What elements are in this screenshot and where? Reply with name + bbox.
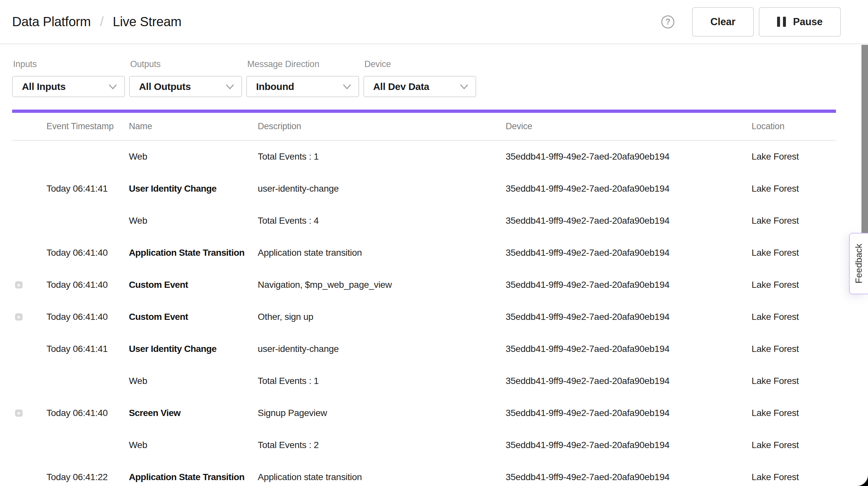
pause-icon [777, 17, 786, 27]
event-location: Lake Forest [751, 280, 836, 290]
event-name: Web [129, 376, 258, 386]
chevron-down-icon [108, 84, 117, 89]
inputs-dropdown[interactable]: All Inputs [12, 76, 125, 97]
event-description: Navigation, $mp_web_page_view [258, 280, 506, 290]
event-device-id: 35eddb41-9ff9-49e2-7aed-20afa90eb194 [506, 215, 751, 226]
event-name: Web [129, 215, 258, 226]
event-timestamp: Today 06:41:40 [46, 248, 129, 258]
event-name: Application State Transition [129, 248, 258, 258]
filter-message-direction-label: Message Direction [247, 59, 359, 69]
help-icon[interactable]: ? [661, 16, 674, 28]
event-location: Lake Forest [751, 376, 836, 386]
breadcrumb: Data Platform / Live Stream [12, 14, 182, 29]
column-description: Description [258, 121, 506, 131]
expander-cell: + [12, 345, 46, 353]
table-row[interactable]: + Web Total Events : 1 35eddb41-9ff9-49e… [12, 365, 836, 397]
table-row[interactable]: + Web Total Events : 1 35eddb41-9ff9-49e… [12, 141, 836, 173]
table-row[interactable]: + Today 06:41:40 Application State Trans… [12, 237, 836, 269]
event-location: Lake Forest [751, 472, 836, 482]
event-table-body: + Web Total Events : 1 35eddb41-9ff9-49e… [12, 141, 836, 486]
plus-icon: + [17, 314, 21, 321]
inputs-dropdown-value: All Inputs [22, 81, 66, 92]
event-device-id: 35eddb41-9ff9-49e2-7aed-20afa90eb194 [506, 248, 751, 258]
table-row[interactable]: + Today 06:41:41 User Identity Change us… [12, 173, 836, 205]
expander-cell: + [12, 153, 46, 160]
event-description: Total Events : 2 [258, 440, 506, 450]
event-description: Signup Pageview [258, 408, 506, 418]
table-row[interactable]: + Today 06:41:40 Custom Event Navigation… [12, 269, 836, 301]
chevron-down-icon [226, 84, 234, 89]
event-description: Total Events : 4 [258, 215, 506, 226]
expander-cell: + [12, 409, 46, 417]
expand-row-button[interactable]: + [15, 313, 23, 321]
breadcrumb-live-stream: Live Stream [113, 14, 182, 29]
scrollbar-thumb[interactable] [862, 45, 868, 233]
breadcrumb-separator: / [100, 14, 104, 29]
event-location: Lake Forest [751, 215, 836, 226]
event-name: Custom Event [129, 280, 258, 290]
event-timestamp: Today 06:41:40 [46, 312, 129, 322]
event-name: Web [129, 440, 258, 450]
table-row[interactable]: + Today 06:41:40 Screen View Signup Page… [12, 397, 836, 429]
filter-device: Device All Dev Data [363, 59, 476, 97]
filter-inputs: Inputs All Inputs [12, 59, 125, 97]
filter-device-label: Device [364, 59, 476, 69]
message-direction-dropdown[interactable]: Inbound [246, 76, 359, 97]
event-timestamp: Today 06:41:22 [46, 472, 129, 482]
column-device: Device [506, 121, 751, 131]
device-dropdown-value: All Dev Data [373, 81, 429, 92]
event-name: User Identity Change [129, 183, 258, 194]
column-event-timestamp: Event Timestamp [46, 121, 129, 131]
filter-inputs-label: Inputs [13, 59, 125, 69]
pause-button[interactable]: Pause [759, 7, 841, 37]
device-dropdown[interactable]: All Dev Data [363, 76, 476, 97]
filter-bar: Inputs All Inputs Outputs All Outputs Me… [0, 44, 868, 97]
event-device-id: 35eddb41-9ff9-49e2-7aed-20afa90eb194 [506, 376, 751, 386]
event-device-id: 35eddb41-9ff9-49e2-7aed-20afa90eb194 [506, 151, 751, 162]
event-name: Application State Transition [129, 472, 258, 482]
event-name: User Identity Change [129, 344, 258, 354]
event-device-id: 35eddb41-9ff9-49e2-7aed-20afa90eb194 [506, 183, 751, 194]
table-row[interactable]: + Web Total Events : 2 35eddb41-9ff9-49e… [12, 429, 836, 461]
event-location: Lake Forest [751, 440, 836, 450]
clear-button[interactable]: Clear [692, 7, 754, 37]
pause-button-label: Pause [793, 16, 823, 28]
event-location: Lake Forest [751, 151, 836, 162]
event-location: Lake Forest [751, 408, 836, 418]
event-location: Lake Forest [751, 344, 836, 354]
event-location: Lake Forest [751, 248, 836, 258]
event-location: Lake Forest [751, 183, 836, 194]
event-device-id: 35eddb41-9ff9-49e2-7aed-20afa90eb194 [506, 312, 751, 322]
expander-cell: + [12, 474, 46, 481]
event-timestamp: Today 06:41:40 [46, 280, 129, 290]
table-row[interactable]: + Web Total Events : 4 35eddb41-9ff9-49e… [12, 205, 836, 237]
chevron-down-icon [460, 84, 468, 89]
event-description: Application state transition [258, 248, 506, 258]
expander-cell: + [12, 217, 46, 224]
event-name: Web [129, 151, 258, 162]
breadcrumb-data-platform[interactable]: Data Platform [12, 14, 91, 29]
table-row[interactable]: + Today 06:41:41 User Identity Change us… [12, 333, 836, 365]
expander-cell: + [12, 377, 46, 385]
event-timestamp: Today 06:41:41 [46, 344, 129, 354]
chevron-down-icon [343, 84, 351, 89]
column-name: Name [129, 121, 258, 131]
live-stream-table: Event Timestamp Name Description Device … [12, 113, 836, 486]
expand-row-button[interactable]: + [15, 281, 23, 288]
table-row[interactable]: + Today 06:41:40 Custom Event Other, sig… [12, 301, 836, 333]
expander-cell: + [12, 442, 46, 449]
event-location: Lake Forest [751, 312, 836, 322]
filter-message-direction: Message Direction Inbound [246, 59, 359, 97]
feedback-tab[interactable]: Feedback [849, 233, 868, 294]
plus-icon: + [17, 282, 21, 288]
table-row[interactable]: + Today 06:41:22 Application State Trans… [12, 461, 836, 486]
event-description: Total Events : 1 [258, 151, 506, 162]
outputs-dropdown[interactable]: All Outputs [129, 76, 242, 97]
column-location: Location [751, 121, 836, 131]
event-name: Custom Event [129, 312, 258, 322]
expand-row-button[interactable]: + [15, 409, 23, 417]
event-device-id: 35eddb41-9ff9-49e2-7aed-20afa90eb194 [506, 280, 751, 290]
plus-icon: + [17, 410, 21, 417]
event-device-id: 35eddb41-9ff9-49e2-7aed-20afa90eb194 [506, 472, 751, 482]
event-description: Application state transition [258, 472, 506, 482]
